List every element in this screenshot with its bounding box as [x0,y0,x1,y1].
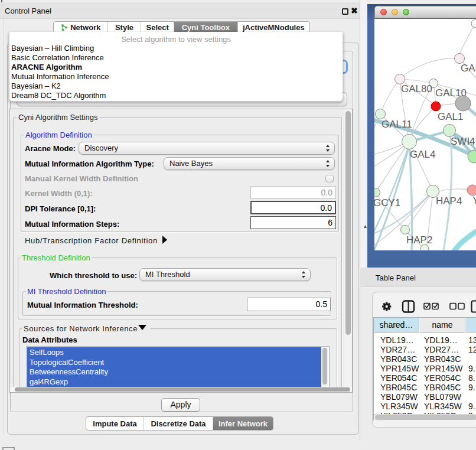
svg-text:GAL10: GAL10 [435,87,467,99]
svg-text:SWI4: SWI4 [451,136,475,147]
svg-text:GAL80: GAL80 [401,83,432,94]
svg-text:HAP4: HAP4 [436,195,462,207]
svg-text:GCY1: GCY1 [374,197,400,208]
svg-text:GAL4: GAL4 [410,149,435,160]
svg-text:GAL11: GAL11 [382,119,412,130]
svg-text:GAL1: GAL1 [438,111,463,122]
svg-text:HAP2: HAP2 [406,234,432,246]
svg-text:GAL7: GAL7 [461,63,476,74]
svg-text:Y: Y [472,195,476,206]
